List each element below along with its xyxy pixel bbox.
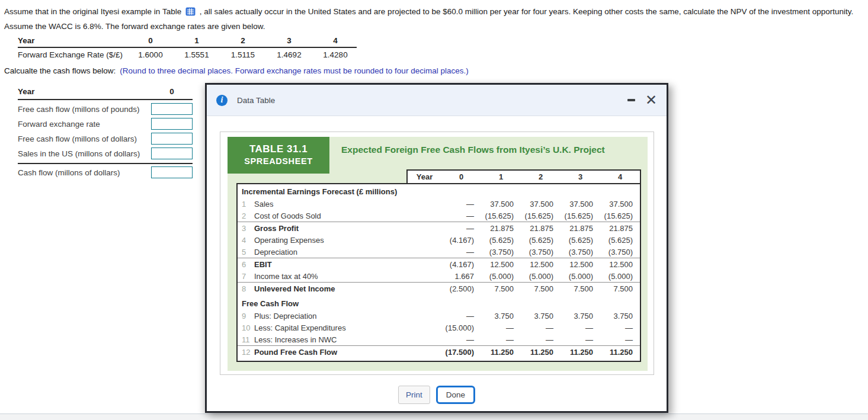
answer-form: Year 0 Free cash flow (millons of pounds…	[18, 87, 193, 178]
answer-input[interactable]	[151, 148, 193, 159]
table-row: 5 Depreciation — (3.750) (3.750) (3.750)…	[238, 246, 640, 258]
table-row: 4 Operating Expenses (4.167) (5.625) (5.…	[238, 234, 640, 246]
row-label: Unlevered Net Income	[253, 284, 441, 293]
row-value: (15.625)	[560, 211, 600, 220]
answer-row: Cash flow (millons of dollars)	[18, 163, 193, 178]
minimize-icon[interactable]	[627, 99, 635, 101]
data-table-dialog: i Data Table ✕ TABLE 31.1 SPREADSHEET Ex…	[205, 83, 668, 413]
row-value: —	[441, 312, 481, 320]
data-table-panel: TABLE 31.1 SPREADSHEET Expected Foreign …	[220, 132, 654, 375]
row-value: —	[481, 323, 521, 332]
spreadsheet-table-icon[interactable]	[185, 7, 196, 20]
row-value: 12.500	[481, 260, 521, 269]
table-title: Expected Foreign Free Cash Flows from It…	[341, 145, 605, 155]
dialog-header[interactable]: i Data Table ✕	[207, 85, 667, 116]
done-button[interactable]: Done	[436, 386, 475, 404]
answer-input[interactable]	[151, 166, 193, 178]
row-value: (4.167)	[441, 260, 481, 269]
row-label: Less: Capital Expenditures	[253, 323, 441, 332]
row-value: (5.625)	[521, 236, 560, 245]
table-section-header: Incremental Earnings Forecast (£ million…	[238, 185, 640, 198]
instruction-text: Calcualte the cash flows below:	[4, 66, 116, 75]
question-part1: Assume that in the original Ityesi examp…	[4, 7, 181, 16]
row-number: 3	[238, 224, 253, 233]
answer-row-label: Forward exchange rate	[18, 120, 151, 129]
row-value: 1.667	[441, 272, 481, 281]
row-value: 11.250	[600, 348, 640, 357]
row-value: 12.500	[521, 260, 560, 269]
row-value: 3.750	[600, 312, 640, 320]
row-value: (5.625)	[560, 236, 600, 245]
table-row: 3 Gross Profit — 21.875 21.875 21.875 21…	[238, 222, 640, 234]
row-value: —	[441, 248, 481, 257]
row-value: —	[441, 211, 481, 220]
cash-flow-table: Incremental Earnings Forecast (£ million…	[236, 183, 641, 362]
fx-rate-value: 1.6000	[127, 50, 174, 59]
row-value: —	[560, 323, 600, 332]
row-value: (5.625)	[481, 236, 521, 245]
rounding-note: (Round to three decimal places. Forward …	[120, 66, 468, 75]
spreadsheet-sheet: TABLE 31.1 SPREADSHEET Expected Foreign …	[228, 137, 648, 371]
row-label: EBIT	[253, 260, 441, 269]
row-value: 3.750	[560, 312, 600, 320]
row-value: (5.000)	[560, 272, 600, 281]
row-number: 8	[238, 284, 253, 293]
row-value: 37.500	[600, 200, 640, 209]
dialog-button-bar: Print Done	[207, 386, 667, 404]
fx-rate-value: 1.4280	[312, 50, 358, 59]
table-number-sub: SPREADSHEET	[228, 156, 329, 166]
info-icon: i	[216, 95, 228, 106]
row-number: 10	[238, 323, 253, 332]
table-number: TABLE 31.1	[228, 143, 329, 155]
answer-input[interactable]	[151, 103, 193, 115]
row-number: 12	[238, 348, 253, 357]
year-column: 2	[521, 172, 560, 181]
row-number: 4	[238, 236, 253, 245]
answer-year-value: 0	[151, 87, 193, 96]
row-label: Sales	[253, 200, 441, 209]
row-value: (15.625)	[600, 211, 640, 220]
fx-year-value: 3	[266, 36, 312, 45]
row-number: 2	[238, 211, 253, 220]
row-label: Plus: Depreciation	[253, 312, 441, 320]
row-number: 6	[238, 260, 253, 269]
year-column: 0	[441, 172, 481, 181]
row-value: (15.625)	[521, 211, 560, 220]
table-row: 2 Cost of Goods Sold — (15.625) (15.625)…	[238, 210, 640, 222]
row-value: —	[441, 335, 481, 344]
fx-year-value: 4	[312, 36, 358, 45]
question-text: Assume that in the original Ityesi examp…	[4, 5, 864, 33]
year-header-row: Year 01234	[406, 169, 641, 184]
row-value: 37.500	[481, 200, 521, 209]
year-column: 4	[600, 172, 640, 181]
row-value: 21.875	[560, 224, 600, 233]
print-button[interactable]: Print	[398, 386, 430, 404]
row-label: Depreciation	[253, 248, 441, 257]
answer-input[interactable]	[151, 118, 193, 130]
answer-row-label: Sales in the US (millons of dollars)	[18, 149, 151, 158]
answer-input[interactable]	[151, 133, 193, 145]
table-row: 11 Less: Increases in NWC — — — — —	[238, 334, 640, 346]
instruction-line: Calcualte the cash flows below:(Round to…	[4, 66, 469, 75]
row-value: 37.500	[521, 200, 560, 209]
row-label: Cost of Goods Sold	[253, 211, 441, 220]
row-value: —	[521, 335, 560, 344]
table-row: 12 Pound Free Cash Flow (17.500) 11.250 …	[238, 346, 640, 358]
row-value: 21.875	[521, 224, 560, 233]
year-header-label: Year	[408, 172, 441, 181]
row-label: Operating Expenses	[253, 236, 441, 245]
row-value: (17.500)	[441, 348, 481, 357]
row-value: (5.000)	[481, 272, 521, 281]
answer-row: Free cash flow (millons of dollars)	[18, 133, 193, 145]
table-row: 7 Income tax at 40% 1.667 (5.000) (5.000…	[238, 270, 640, 283]
answer-row: Forward exchange rate	[18, 118, 193, 130]
table-row: 6 EBIT (4.167) 12.500 12.500 12.500 12.5…	[238, 258, 640, 270]
row-number: 9	[238, 312, 253, 320]
close-icon[interactable]: ✕	[645, 93, 657, 107]
answer-form-header: Year 0	[18, 87, 193, 100]
row-value: 7.500	[600, 284, 640, 293]
year-column: 1	[481, 172, 521, 181]
row-value: —	[481, 335, 521, 344]
fx-rate-value: 1.5115	[220, 50, 266, 59]
fx-rate-value: 1.4692	[266, 50, 312, 59]
